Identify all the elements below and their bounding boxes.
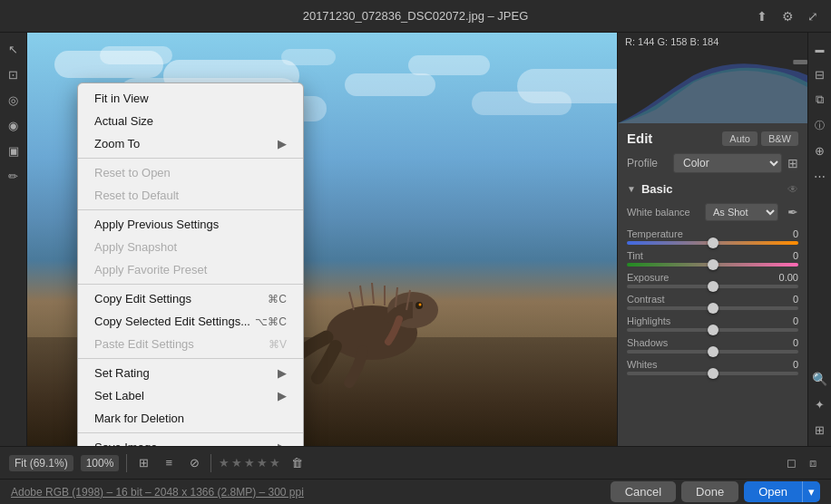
action-buttons: Cancel Done Open ▾ [611,481,820,502]
temperature-thumb[interactable] [708,237,719,248]
basic-section-header[interactable]: ▼ Basic 👁 [627,182,798,196]
single-view-icon[interactable]: ◻ [782,454,800,472]
histogram-area: R: 144 G: 158 B: 184 [618,33,807,123]
split-view-icon[interactable]: ⧈ [804,454,822,472]
auto-button[interactable]: Auto [722,131,758,146]
menu-copy-selected[interactable]: Copy Selected Edit Settings... ⌥⌘C [78,310,303,333]
tint-track[interactable] [627,263,798,267]
export-icon[interactable]: ⬆ [753,7,771,25]
shadows-row: Shadows 0 [627,337,798,354]
title-bar: 20171230_072836_DSC02072.jpg – JPEG ⬆ ⚙ … [0,0,831,33]
zoom-percent-display[interactable]: 100% [81,455,120,471]
bw-button[interactable]: B&W [761,131,798,146]
list-view-icon[interactable]: ≡ [160,454,178,472]
exposure-track[interactable] [627,285,798,288]
menu-mark-deletion[interactable]: Mark for Deletion [78,407,303,430]
menu-actual-size[interactable]: Actual Size [78,110,303,132]
eyedropper-icon[interactable]: ✒ [787,205,798,219]
crop-tool-icon[interactable]: ⊡ [3,63,24,85]
gear-icon[interactable]: ⚙ [778,7,797,25]
fullscreen-icon[interactable]: ⤢ [804,7,822,25]
filter-icon[interactable]: ⊘ [185,454,203,472]
exposure-thumb[interactable] [708,281,719,292]
menu-apply-prev[interactable]: Apply Previous Settings [78,213,303,236]
profile-select[interactable]: Color [673,153,782,173]
delete-icon[interactable]: 🗑 [288,454,306,472]
zoom-fit-display[interactable]: Fit (69.1%) [9,455,73,471]
layers-icon[interactable]: ⊕ [809,140,831,161]
menu-save-image[interactable]: Save Image ▶ [78,436,303,446]
star-1[interactable]: ★ [219,456,230,470]
tint-label: Tint [627,250,643,261]
grid-view-icon[interactable]: ⊞ [134,454,152,472]
menu-set-rating[interactable]: Set Rating ▶ [78,362,303,384]
menu-reset-open: Reset to Open [78,161,303,184]
image-info[interactable]: Adobe RGB (1998) – 16 bit – 2048 x 1366 … [11,486,304,499]
shadows-thumb[interactable] [708,346,719,357]
contrast-track[interactable] [627,306,798,310]
star-3[interactable]: ★ [244,456,255,470]
basic-section-title: Basic [641,182,673,196]
menu-set-label[interactable]: Set Label ▶ [78,384,303,407]
open-button[interactable]: Open [744,481,802,502]
right-panel: R: 144 G: 158 B: 184 Edit Auto B&W [617,33,807,446]
edit-buttons: Auto B&W [722,131,798,146]
select-tool-icon[interactable]: ↖ [3,38,24,60]
cancel-button[interactable]: Cancel [611,481,676,502]
heal-tool-icon[interactable]: ◎ [3,89,24,111]
highlights-track[interactable] [627,328,798,332]
contrast-thumb[interactable] [708,303,719,314]
tint-value: 0 [793,250,798,261]
toolbar-divider-2 [210,454,211,472]
done-button[interactable]: Done [681,481,738,502]
window-title: 20171230_072836_DSC02072.jpg – JPEG [303,9,529,23]
profile-icon[interactable]: ⊞ [787,156,798,170]
menu-zoom-to[interactable]: Zoom To ▶ [78,132,303,155]
shadows-value: 0 [793,337,798,348]
section-eye-icon[interactable]: 👁 [787,183,798,196]
filmstrip-icon[interactable]: ⊟ [809,63,831,85]
info-icon[interactable]: ⓘ [809,114,831,136]
compare-icon[interactable]: ⧉ [809,89,831,111]
star-5[interactable]: ★ [269,456,280,470]
menu-copy-edit[interactable]: Copy Edit Settings ⌘C [78,287,303,310]
context-menu: Fit in View Actual Size Zoom To ▶ Reset … [77,82,304,446]
temperature-value: 0 [793,228,798,239]
menu-fit-in-view[interactable]: Fit in View [78,87,303,110]
exposure-value: 0.00 [779,272,798,283]
highlights-thumb[interactable] [708,325,719,335]
whites-value: 0 [793,359,798,370]
zoom-icon[interactable]: 🔍 [809,368,831,390]
wb-label: White balance [627,207,699,218]
menu-item-label: Reset to Open [94,166,171,179]
shadows-track[interactable] [627,350,798,354]
temperature-row: Temperature 0 [627,228,798,245]
menu-item-label: Apply Snapshot [94,240,177,254]
menu-item-label: Copy Selected Edit Settings... [94,315,250,328]
temperature-track[interactable] [627,241,798,245]
redeye-tool-icon[interactable]: ◉ [3,114,24,136]
whites-track[interactable] [627,372,798,375]
filter-tool-icon[interactable]: ▣ [3,140,24,161]
menu-item-label: Set Label [94,389,144,402]
highlights-row: Highlights 0 [627,315,798,332]
wb-select[interactable]: As Shot [705,203,778,221]
shadows-label: Shadows [627,337,668,348]
shortcut-label: ⌘V [269,338,287,351]
menu-separator-5 [78,432,303,433]
tint-thumb[interactable] [708,259,719,270]
star-4[interactable]: ★ [257,456,268,470]
whites-thumb[interactable] [708,368,719,379]
grid-icon[interactable]: ⊞ [809,419,831,441]
temperature-label: Temperature [627,228,683,239]
adjustment-brush-icon[interactable]: ✏ [3,165,24,187]
star-2[interactable]: ★ [231,456,242,470]
adjustments-icon[interactable]: ⋯ [809,165,831,187]
submenu-arrow-icon: ▶ [278,366,287,380]
menu-item-label: Zoom To [94,137,140,150]
open-dropdown-icon[interactable]: ▾ [802,481,820,502]
toolbar-divider-1 [126,454,127,472]
contrast-label: Contrast [627,294,665,305]
healing-icon[interactable]: ✦ [809,393,831,415]
histogram-panel-icon[interactable]: ▬ [809,38,831,60]
